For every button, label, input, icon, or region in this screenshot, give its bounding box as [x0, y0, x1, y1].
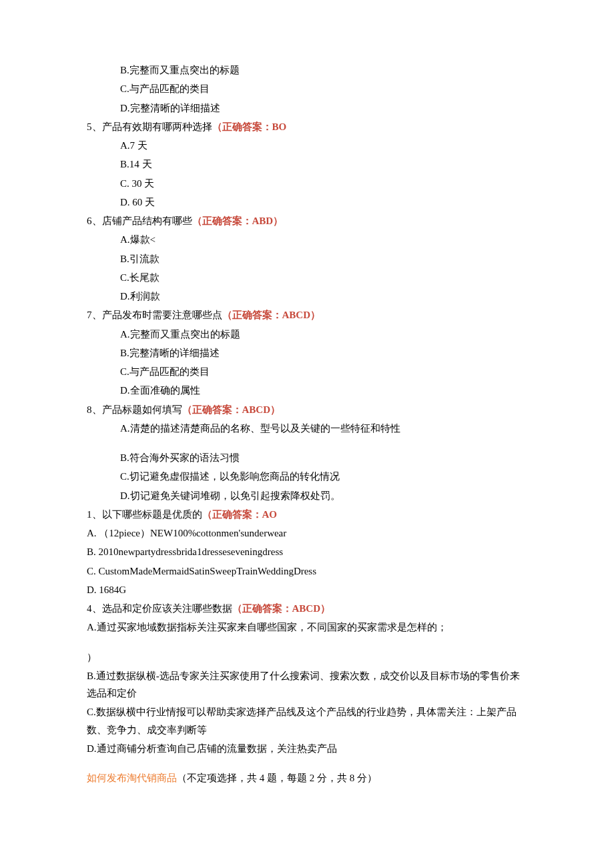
q8-answer-open: （正确答案： — [182, 404, 242, 415]
q5-number: 5、 — [87, 121, 102, 132]
q6-answer-open: （正确答案： — [192, 215, 252, 226]
q5-option-c: C. 30 天 — [87, 175, 527, 192]
q5-option-d: D. 60 天 — [87, 193, 527, 211]
q8-option-a: A.清楚的描述清楚商品的名称、型号以及关键的一些特征和特性 — [87, 420, 527, 437]
q8-option-b: B.符合海外买家的语法习惯 — [87, 449, 527, 466]
question-5: 5、产品有效期有哪两种选择（正确答案：BO — [87, 118, 527, 135]
q7-option-b: B.完整清晰的详细描述 — [87, 344, 527, 362]
question-1: 1、以下哪些标题是优质的（正确答案：AO — [87, 506, 527, 523]
q5-answer-value: BO — [272, 121, 287, 132]
q6-option-c: C.长尾款 — [87, 269, 527, 286]
q4-answer-value: ABCD — [292, 603, 321, 614]
q6-answer-value: ABD — [252, 215, 274, 226]
q1-option-d: D. 1684G — [87, 581, 527, 598]
q7-text: 产品发布时需要注意哪些点 — [102, 310, 222, 320]
top-option-d: D.完整清晰的详细描述 — [87, 99, 527, 117]
question-4: 4、选品和定价应该关注哪些数据（正确答案：ABCD） — [87, 600, 527, 617]
q5-text: 产品有效期有哪两种选择 — [102, 121, 212, 132]
q1-answer-value: AO — [262, 509, 278, 520]
q8-number: 8、 — [87, 404, 102, 415]
q1-answer-open: （正确答案： — [202, 509, 262, 520]
q1-text: 以下哪些标题是优质的 — [102, 509, 202, 520]
section-note: （不定项选择，共 4 题，每题 2 分，共 8 分） — [177, 773, 377, 783]
top-option-c: C.与产品匹配的类目 — [87, 80, 527, 97]
q6-option-b: B.引流款 — [87, 250, 527, 268]
q6-option-d: D.利润款 — [87, 288, 527, 305]
question-8: 8、产品标题如何填写（正确答案：ABCD） — [87, 401, 527, 418]
q4-answer-open: （正确答案： — [232, 603, 292, 614]
q7-number: 7、 — [87, 310, 102, 320]
q8-option-d: D.切记避免关键词堆砌，以免引起搜索降权处罚。 — [87, 487, 527, 504]
q1-number: 1、 — [87, 509, 102, 520]
question-6: 6、店铺产品结构有哪些（正确答案：ABD） — [87, 212, 527, 230]
q4-option-a-line2: ） — [87, 648, 527, 666]
q6-number: 6、 — [87, 215, 102, 226]
q4-option-b: B.通过数据纵横-选品专家关注买家使用了什么搜索词、搜索次数，成交价以及目标市场… — [87, 667, 527, 703]
q7-option-c: C.与产品匹配的类目 — [87, 363, 527, 380]
q8-option-c: C.切记避免虚假描述，以免影响您商品的转化情况 — [87, 468, 527, 485]
q7-answer-value: ABCD — [282, 310, 311, 320]
q4-answer-close: ） — [320, 603, 330, 614]
q4-number: 4、 — [87, 603, 102, 614]
q5-option-b: B.14 天 — [87, 155, 527, 173]
question-7: 7、产品发布时需要注意哪些点（正确答案：ABCD） — [87, 306, 527, 324]
q6-answer-close: ） — [273, 215, 283, 226]
q7-answer-open: （正确答案： — [222, 310, 282, 320]
q7-option-d: D.全面准确的属性 — [87, 382, 527, 399]
q5-answer-open: （正确答案： — [212, 121, 272, 132]
q5-option-a: A.7 天 — [87, 137, 527, 154]
q1-option-c: C. CustomMadeMermaidSatinSweepTrainWeddi… — [87, 562, 527, 580]
q1-option-a: A. （12piece）NEW100%cottonmen'sunderwear — [87, 524, 527, 542]
q8-answer-close: ） — [270, 404, 280, 415]
q4-option-c: C.数据纵横中行业情报可以帮助卖家选择产品线及这个产品线的行业趋势，具体需关注：… — [87, 703, 527, 739]
q7-answer-close: ） — [310, 310, 320, 320]
q6-option-a: A.爆款< — [87, 231, 527, 248]
section-title: 如何发布淘代销商品 — [87, 773, 177, 783]
q1-option-b: B. 2010newpartydressbrida1dressesevening… — [87, 543, 527, 560]
q8-text: 产品标题如何填写 — [102, 404, 182, 415]
q4-option-a-line1: A.通过买家地域数据指标关注买家来自哪些国家，不同国家的买家需求是怎样的； — [87, 618, 527, 636]
q4-text: 选品和定价应该关注哪些数据 — [102, 603, 232, 614]
top-option-b: B.完整而又重点突出的标题 — [87, 61, 527, 79]
q4-option-d: D.通过商铺分析查询自己店铺的流量数据，关注热卖产品 — [87, 740, 527, 757]
q6-text: 店铺产品结构有哪些 — [102, 215, 192, 226]
section-heading: 如何发布淘代销商品（不定项选择，共 4 题，每题 2 分，共 8 分） — [87, 769, 527, 787]
q7-option-a: A.完整而又重点突出的标题 — [87, 326, 527, 343]
q8-answer-value: ABCD — [242, 404, 271, 415]
